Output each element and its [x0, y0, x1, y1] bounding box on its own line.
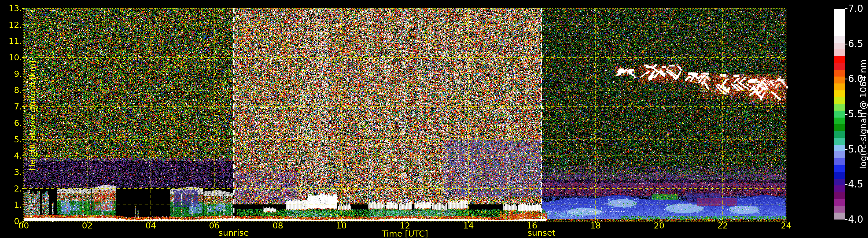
y-tick-label: 1. [0, 200, 22, 209]
x-tick-label: 10 [328, 221, 354, 231]
x-tick-label: 08 [265, 221, 291, 231]
colorbar-segment [834, 76, 845, 83]
colorbar-segment [834, 15, 845, 23]
y-tick-label: 13. [0, 4, 22, 13]
colorbar-segment [834, 199, 845, 206]
colorbar-segment [834, 206, 845, 213]
colorbar-segment [834, 212, 845, 219]
colorbar-segment [834, 158, 845, 165]
colorbar-segment [834, 138, 845, 145]
colorbar-segment [834, 185, 845, 192]
figure: DWD: Potsdam (Germany; 52.3836 N / 13.06… [0, 0, 868, 238]
colorbar-segment [834, 151, 845, 158]
y-tick-label: 5. [0, 135, 22, 144]
y-tick-label: 11. [0, 37, 22, 45]
x-tick-label: 00 [11, 221, 37, 231]
colorbar-segment [834, 165, 845, 172]
x-axis-label: Time [UTC] [382, 229, 428, 238]
colorbar-segment [834, 70, 845, 77]
colorbar-segment [834, 49, 845, 56]
colorbar-segment [834, 63, 845, 70]
colorbar [834, 9, 845, 219]
colorbar-tick-label: 4.5 [848, 179, 863, 189]
x-tick-label: 14 [456, 221, 482, 231]
colorbar-segment [834, 29, 845, 36]
x-tick-label: 24 [773, 221, 799, 231]
colorbar-segment [834, 56, 845, 63]
colorbar-tick-label: 6.5 [848, 39, 863, 49]
colorbar-title: log(rc-signal) @ 1064 nm [858, 59, 868, 169]
colorbar-segment [834, 179, 845, 186]
colorbar-segment [834, 124, 845, 131]
colorbar-segment [834, 97, 845, 104]
y-tick-label: 4. [0, 151, 22, 160]
colorbar-segment [834, 83, 845, 91]
y-tick-label: 3. [0, 168, 22, 176]
y-tick-label: 12. [0, 21, 22, 29]
y-tick-label: 2. [0, 184, 22, 193]
colorbar-tick-mark [845, 184, 847, 185]
sunset-label: sunset [528, 228, 555, 238]
y-tick-label: 6. [0, 119, 22, 127]
y-axis-label: Height above ground [km] [28, 58, 37, 173]
colorbar-segment [834, 192, 845, 199]
colorbar-segment [834, 145, 845, 151]
colorbar-segment [834, 22, 845, 29]
colorbar-segment [834, 36, 845, 43]
y-tick-label: 9. [0, 70, 22, 78]
colorbar-tick-mark [845, 44, 847, 44]
x-tick-label: 04 [138, 221, 164, 231]
heatmap-canvas [0, 0, 868, 238]
y-tick-label: 10. [0, 53, 22, 62]
colorbar-tick-label: 4.0 [848, 215, 863, 225]
colorbar-segment [834, 91, 845, 97]
colorbar-tick-mark [845, 149, 847, 150]
x-tick-label: 02 [74, 221, 100, 231]
colorbar-tick-mark [845, 114, 847, 115]
colorbar-tick-label: 7.0 [848, 4, 863, 13]
x-tick-label: 22 [710, 221, 736, 231]
y-tick-label: 8. [0, 86, 22, 95]
colorbar-tick-mark [845, 78, 847, 79]
x-tick-label: 18 [583, 221, 609, 231]
sunrise-label: sunrise [219, 228, 249, 238]
colorbar-segment [834, 172, 845, 179]
colorbar-segment [834, 9, 845, 15]
colorbar-tick-mark [845, 8, 847, 9]
colorbar-segment [834, 43, 845, 50]
colorbar-segment [834, 117, 845, 125]
y-tick-label: 7. [0, 102, 22, 111]
colorbar-tick-mark [845, 219, 847, 220]
x-tick-label: 20 [646, 221, 672, 231]
colorbar-segment [834, 111, 845, 117]
colorbar-segment [834, 104, 845, 111]
colorbar-segment [834, 131, 845, 138]
